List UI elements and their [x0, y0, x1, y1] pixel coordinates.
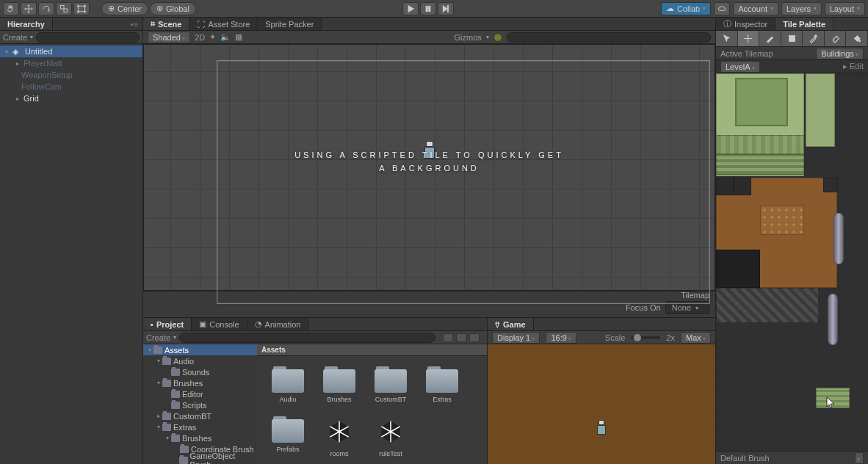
game-viewport[interactable]: [488, 344, 715, 464]
project-tree-row[interactable]: ▾Extras: [143, 421, 257, 432]
tab-asset-store[interactable]: ⛶Asset Store: [189, 18, 258, 30]
move-tile-tool[interactable]: [738, 31, 760, 46]
asset-item[interactable]: ruleTest: [373, 416, 408, 457]
asset-item[interactable]: CustomBT: [373, 366, 408, 403]
play-controls: [402, 2, 454, 15]
gizmo-toggle-icon[interactable]: [493, 33, 502, 42]
scene-icon: ⌗: [151, 19, 155, 29]
svg-point-3: [77, 5, 79, 7]
save-icon[interactable]: [469, 333, 480, 342]
brush-dropdown[interactable]: [855, 452, 864, 464]
box-tool[interactable]: [781, 31, 803, 46]
project-tree-row[interactable]: ▾Audio: [143, 355, 257, 366]
fx-icon[interactable]: ▦: [235, 32, 242, 42]
active-tilemap-label: Active Tilemap: [720, 49, 773, 58]
project-tree-row[interactable]: ▾Brushes: [143, 377, 257, 388]
asset-item[interactable]: rooms: [322, 416, 357, 457]
select-tool[interactable]: [716, 31, 738, 46]
tab-hierarchy[interactable]: Hierarchy: [0, 18, 53, 30]
panel-menu-icon[interactable]: ▪≡: [126, 20, 142, 29]
active-tilemap-dropdown[interactable]: Buildings: [816, 48, 864, 59]
display-dropdown[interactable]: Display 1: [492, 332, 540, 344]
step-button[interactable]: [438, 2, 454, 15]
layout-dropdown[interactable]: Layout: [825, 2, 865, 15]
asset-item[interactable]: Audio: [270, 366, 305, 403]
tab-scene[interactable]: ⌗Scene: [143, 18, 189, 30]
scene-viewport[interactable]: USING A SCRIPTED TILE TO QUICKLY GET A B…: [143, 44, 715, 291]
paint-tool[interactable]: [759, 31, 781, 46]
scale-label: Scale: [605, 333, 626, 342]
tab-game[interactable]: ⍢Game: [488, 318, 534, 330]
collab-dropdown[interactable]: ☁Collab: [661, 2, 711, 15]
scene-header[interactable]: ▾◈ Untitled: [0, 46, 142, 57]
maximize-toggle[interactable]: Max: [681, 332, 711, 344]
asset-item[interactable]: Prefabs: [270, 416, 305, 457]
picker-tool[interactable]: [803, 31, 825, 46]
shading-dropdown[interactable]: Shaded: [148, 32, 190, 43]
hand-tool[interactable]: [3, 2, 19, 15]
gizmos-dropdown[interactable]: Gizmos: [454, 33, 481, 42]
cloud-button[interactable]: [714, 2, 730, 15]
tab-animation[interactable]: ◔Animation: [247, 318, 309, 330]
project-search[interactable]: [179, 333, 435, 343]
palette-select[interactable]: LevelA: [720, 61, 760, 73]
tab-project[interactable]: ▪Project: [143, 318, 192, 330]
tree-row[interactable]: ▸Grid: [0, 93, 142, 104]
scale-slider[interactable]: [631, 336, 660, 339]
play-button[interactable]: [402, 2, 419, 15]
move-tool[interactable]: [21, 2, 37, 15]
project-tree-row[interactable]: ▾Brushes: [143, 432, 257, 443]
pivot-toggle[interactable]: ⊕Center: [101, 2, 148, 15]
asset-item[interactable]: Extras: [424, 366, 460, 403]
cursor-icon: [826, 396, 836, 410]
scale-tool[interactable]: [56, 2, 72, 15]
project-folder-view: Assets AudioBrushesCustomBTExtrasPrefabs…: [257, 344, 487, 464]
audio-icon[interactable]: 🔈: [220, 32, 231, 42]
folder-icon: ▪: [151, 320, 153, 329]
tab-inspector[interactable]: ⓘInspector: [716, 18, 775, 30]
edit-button[interactable]: ▸ Edit: [843, 62, 864, 71]
unity-icon: ◈: [12, 47, 18, 57]
tree-row[interactable]: FollowCam: [0, 81, 142, 93]
tree-row[interactable]: WeaponSetup: [0, 69, 142, 81]
hierarchy-search[interactable]: [36, 32, 140, 43]
aspect-dropdown[interactable]: 16:9: [546, 332, 576, 344]
game-toolbar: Display 1 16:9 Scale 2x Max: [488, 331, 715, 344]
brush-label: Default Brush: [720, 454, 770, 463]
project-tree-row[interactable]: ▾Assets: [143, 344, 257, 355]
pause-button[interactable]: [420, 2, 436, 15]
rotate-tool[interactable]: [38, 2, 54, 15]
asset-item[interactable]: Brushes: [322, 366, 357, 403]
light-icon[interactable]: ✦: [209, 32, 216, 42]
svg-rect-7: [426, 6, 427, 12]
create-dropdown[interactable]: Create: [3, 33, 27, 42]
rect-tool[interactable]: [73, 2, 90, 15]
project-tree-row[interactable]: ▸CustomBT: [143, 410, 257, 421]
dim-toggle[interactable]: 2D: [195, 33, 205, 42]
game-panel: ⍢Game Display 1 16:9 Scale 2x Max: [488, 318, 715, 464]
project-tree-row[interactable]: Sounds: [143, 366, 257, 377]
project-tree-row[interactable]: Scripts: [143, 399, 257, 410]
space-toggle[interactable]: ⊛Global: [150, 2, 196, 15]
favorites-icon[interactable]: [456, 333, 466, 342]
pivot-space-group: ⊕Center ⊛Global: [101, 2, 196, 15]
player-sprite[interactable]: [423, 141, 436, 160]
tile-palette-viewport[interactable]: [716, 73, 868, 451]
tree-row[interactable]: ▸PlayerMatt: [0, 57, 142, 69]
top-toolbar: ⊕Center ⊛Global ☁Collab Account Layers L…: [0, 0, 868, 18]
filter-icon[interactable]: [443, 333, 453, 342]
project-tree-row[interactable]: Editor: [143, 388, 257, 399]
console-icon: ▣: [199, 319, 206, 329]
scene-search[interactable]: [507, 32, 711, 43]
breadcrumb[interactable]: Assets: [257, 344, 487, 356]
tab-tile-palette[interactable]: Tile Palette: [775, 18, 833, 30]
erase-tool[interactable]: [825, 31, 847, 46]
project-create-dropdown[interactable]: Create: [146, 333, 170, 342]
scale-value: 2x: [666, 333, 675, 342]
project-tree-row[interactable]: GameObject Brush: [143, 454, 257, 464]
account-dropdown[interactable]: Account: [733, 2, 778, 15]
tab-sprite-packer[interactable]: Sprite Packer: [258, 18, 322, 30]
fill-tool[interactable]: [846, 31, 868, 46]
tab-console[interactable]: ▣Console: [192, 318, 247, 330]
layers-dropdown[interactable]: Layers: [781, 2, 822, 15]
